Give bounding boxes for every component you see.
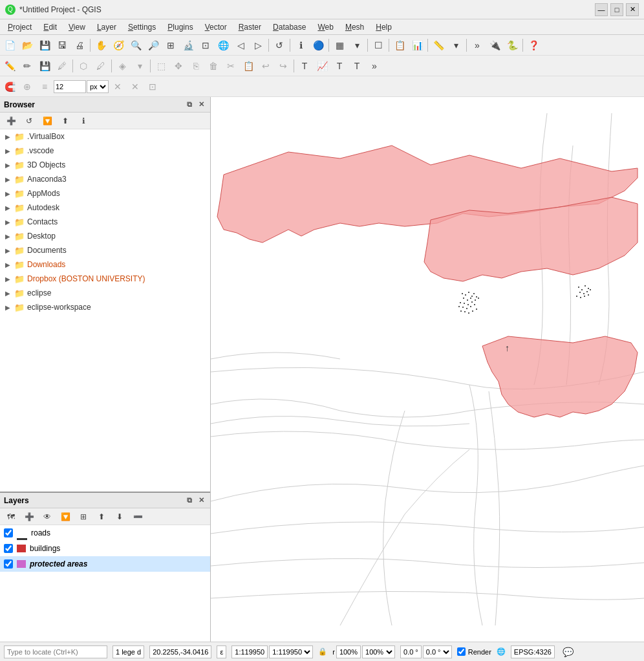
new-project-button[interactable]: 📄	[1, 37, 18, 54]
select-button[interactable]: ▦	[331, 37, 348, 54]
browser-float-button[interactable]: ⧉	[184, 100, 195, 110]
refresh-button[interactable]: ↺	[271, 37, 288, 54]
snap-magnet[interactable]: 🧲	[1, 78, 18, 95]
cut-feature[interactable]: ✂	[222, 58, 239, 74]
help-button[interactable]: ❓	[525, 37, 542, 54]
menu-mesh[interactable]: Mesh	[340, 21, 369, 33]
redo-button[interactable]: ↪	[275, 58, 292, 74]
layers-close-button[interactable]: ✕	[196, 495, 206, 506]
snap-btn3[interactable]: ✕	[127, 78, 144, 95]
browser-properties[interactable]: ℹ	[75, 113, 92, 129]
delete-feature[interactable]: 🗑	[205, 58, 222, 74]
pan-north-button[interactable]: 🧭	[110, 37, 127, 54]
more-tools[interactable]: »	[469, 37, 486, 54]
map-canvas[interactable]: ↑	[211, 97, 644, 642]
current-edits-button[interactable]: ✏️	[1, 58, 18, 74]
more-digitize[interactable]: »	[366, 58, 383, 74]
snap-unit-select[interactable]: px m	[87, 80, 109, 93]
digitize-btn1[interactable]: ⬡	[75, 58, 92, 74]
print-button[interactable]: 🖨	[71, 37, 88, 54]
paste-feature[interactable]: 📋	[240, 58, 257, 74]
layers-open-project[interactable]: 🗺	[3, 508, 19, 525]
layer-buildings-checkbox[interactable]	[4, 544, 13, 553]
layer-item-roads[interactable]: roads	[0, 525, 210, 541]
layers-filter[interactable]: 🔽	[57, 508, 74, 525]
move-labels[interactable]: T	[349, 58, 365, 74]
maximize-button[interactable]: □	[610, 3, 623, 16]
close-button[interactable]: ✕	[626, 3, 639, 16]
layers-add-layer[interactable]: ➕	[21, 508, 38, 525]
move-feature[interactable]: ✥	[170, 58, 187, 74]
save-project-button[interactable]: 💾	[36, 37, 53, 54]
browser-item-anaconda3[interactable]: ▶ 📁 Anaconda3	[0, 172, 210, 186]
zoom-rubber-band[interactable]: ⊞	[162, 37, 179, 54]
vertex-tool[interactable]: ◈	[114, 58, 131, 74]
browser-item-eclipse[interactable]: ▶ 📁 eclipse	[0, 286, 210, 300]
zoom-to-layer[interactable]: 🔬	[180, 37, 197, 54]
menu-database[interactable]: Database	[268, 21, 311, 33]
browser-panel-icons[interactable]: ⧉ ✕	[184, 100, 206, 110]
save-edits[interactable]: 💾	[36, 58, 53, 74]
select-dropdown[interactable]: ▾	[349, 37, 365, 54]
browser-item-dropbox[interactable]: ▶ 📁 Dropbox (BOSTON UNIVERSITY)	[0, 272, 210, 286]
browser-item-3dobjects[interactable]: ▶ 📁 3D Objects	[0, 158, 210, 172]
browser-refresh[interactable]: ↺	[21, 113, 38, 129]
crs-field[interactable]: EPSG:4326	[511, 645, 555, 658]
measure-dropdown[interactable]: ▾	[447, 37, 464, 54]
zoom-to-selection[interactable]: ⊡	[197, 37, 214, 54]
scale-field[interactable]: 1:119950	[231, 645, 268, 658]
layers-move-down[interactable]: ⬇	[111, 508, 128, 525]
plugins-button[interactable]: 🔌	[486, 37, 503, 54]
browser-item-desktop[interactable]: ▶ 📁 Desktop	[0, 229, 210, 243]
layer-item-protected-areas[interactable]: protected areas	[0, 556, 210, 572]
snap-value-input[interactable]: 12	[54, 80, 86, 93]
browser-item-eclipse-workspace[interactable]: ▶ 📁 eclipse-workspace	[0, 300, 210, 314]
snap-btn2[interactable]: ≡	[36, 78, 53, 95]
vertex-dropdown[interactable]: ▾	[131, 58, 148, 74]
window-controls[interactable]: — □ ✕	[595, 3, 639, 16]
render-checkbox[interactable]	[457, 647, 466, 656]
undo-button[interactable]: ↩	[257, 58, 274, 74]
menu-edit[interactable]: Edit	[38, 21, 62, 33]
diagram-tool[interactable]: 📈	[314, 58, 330, 74]
python-button[interactable]: 🐍	[504, 37, 521, 54]
browser-item-virtualbox[interactable]: ▶ 📁 .VirtualBox	[0, 129, 210, 144]
layers-remove[interactable]: ➖	[129, 508, 146, 525]
zoom-last-button[interactable]: ◁	[232, 37, 249, 54]
zoom-full-button[interactable]: 🌐	[215, 37, 231, 54]
browser-collapse[interactable]: ⬆	[57, 113, 74, 129]
digitize-btn2[interactable]: 🖊	[92, 58, 109, 74]
zoom-out-button[interactable]: 🔎	[145, 37, 162, 54]
label-tool[interactable]: T	[296, 58, 313, 74]
browser-item-contacts[interactable]: ▶ 📁 Contacts	[0, 215, 210, 229]
menu-raster[interactable]: Raster	[233, 21, 266, 33]
browser-close-button[interactable]: ✕	[196, 100, 206, 110]
layers-move-up[interactable]: ⬆	[93, 508, 110, 525]
rotation-field[interactable]: 0.0 °	[400, 645, 422, 658]
locate-search[interactable]	[4, 645, 107, 658]
measure-line[interactable]: 📏	[430, 37, 447, 54]
menu-project[interactable]: Project	[3, 21, 37, 33]
pin-labels[interactable]: T	[331, 58, 348, 74]
zoom-field[interactable]: 100%	[336, 645, 361, 658]
statistics-button[interactable]: 📊	[409, 37, 425, 54]
menu-help[interactable]: Help	[370, 21, 397, 33]
menu-settings[interactable]: Settings	[123, 21, 161, 33]
browser-add-layer[interactable]: ➕	[3, 113, 19, 129]
deselect-button[interactable]: ☐	[370, 37, 387, 54]
scale-select[interactable]: 1:119950 1:50000	[269, 645, 313, 658]
layers-show-hide[interactable]: 👁	[39, 508, 56, 525]
copy-feature[interactable]: ⎘	[188, 58, 204, 74]
layers-select-by-location[interactable]: ⊞	[75, 508, 92, 525]
layers-panel-icons[interactable]: ⧉ ✕	[184, 495, 206, 506]
open-project-button[interactable]: 📂	[19, 37, 36, 54]
add-feature[interactable]: 🖉	[54, 58, 70, 74]
layer-protected-areas-checkbox[interactable]	[4, 559, 13, 569]
identify-button[interactable]: ℹ	[292, 37, 309, 54]
menu-layer[interactable]: Layer	[92, 21, 122, 33]
layer-roads-checkbox[interactable]	[4, 528, 13, 537]
browser-item-vscode[interactable]: ▶ 📁 .vscode	[0, 144, 210, 158]
messages-button[interactable]: 💬	[560, 644, 577, 660]
zoom-select[interactable]: 100% 75% 50%	[362, 645, 395, 658]
pan-tool[interactable]: ✋	[92, 37, 109, 54]
